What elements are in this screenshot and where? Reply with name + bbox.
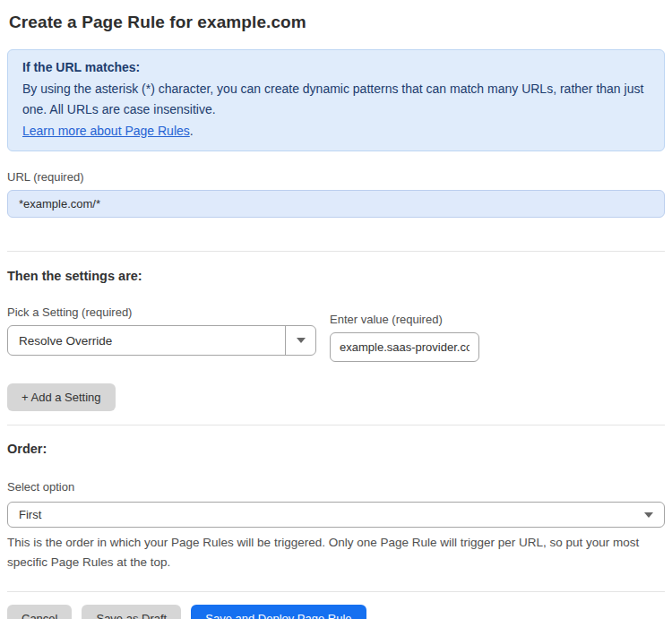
- divider: [7, 425, 665, 426]
- divider: [7, 591, 665, 592]
- info-box-link-line: Learn more about Page Rules.: [22, 121, 650, 142]
- order-select-label: Select option: [7, 480, 665, 494]
- chevron-down-icon: [297, 338, 306, 343]
- order-select-value: First: [8, 508, 633, 521]
- url-input[interactable]: [7, 190, 665, 218]
- setting-picker-label: Pick a Setting (required): [7, 305, 316, 319]
- footer-actions: Cancel Save as Draft Save and Deploy Pag…: [7, 605, 665, 619]
- setting-select[interactable]: Resolve Override: [7, 325, 316, 356]
- chevron-down-icon: [644, 512, 653, 518]
- settings-section-heading: Then the settings are:: [7, 269, 665, 283]
- page-rule-form: Create a Page Rule for example.com If th…: [0, 0, 672, 619]
- cancel-button[interactable]: Cancel: [7, 605, 72, 619]
- order-select[interactable]: First: [7, 502, 665, 528]
- url-field-label: URL (required): [7, 170, 665, 184]
- order-section-heading: Order:: [7, 442, 665, 456]
- setting-value-label: Enter value (required): [330, 313, 479, 326]
- link-suffix: .: [190, 124, 194, 138]
- order-help-text: This is the order in which your Page Rul…: [7, 533, 640, 572]
- info-box-heading: If the URL matches:: [22, 57, 650, 79]
- setting-select-arrow-box[interactable]: [285, 326, 315, 355]
- add-setting-button[interactable]: + Add a Setting: [7, 383, 116, 411]
- save-and-deploy-button[interactable]: Save and Deploy Page Rule: [191, 605, 366, 619]
- info-box-body: By using the asterisk (*) character, you…: [22, 79, 650, 121]
- learn-more-link[interactable]: Learn more about Page Rules: [22, 124, 190, 138]
- settings-row: Pick a Setting (required) Resolve Overri…: [7, 305, 665, 362]
- url-match-info-box: If the URL matches: By using the asteris…: [7, 49, 665, 151]
- order-select-arrow-box[interactable]: [633, 512, 664, 518]
- divider: [7, 251, 665, 252]
- setting-picker-column: Pick a Setting (required) Resolve Overri…: [7, 305, 316, 362]
- setting-select-value: Resolve Override: [8, 334, 285, 348]
- setting-value-input[interactable]: [330, 332, 479, 362]
- save-as-draft-button[interactable]: Save as Draft: [82, 605, 181, 619]
- setting-value-column: Enter value (required): [330, 313, 479, 362]
- page-title: Create a Page Rule for example.com: [9, 13, 665, 32]
